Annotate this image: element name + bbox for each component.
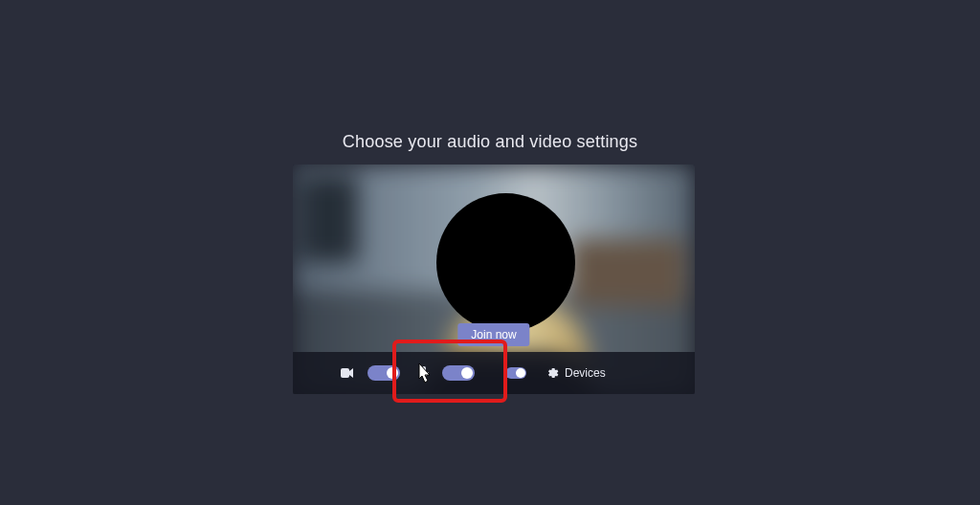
video-preview: Join now Devices (293, 165, 695, 394)
svg-rect-0 (341, 368, 349, 378)
devices-button[interactable]: Devices (546, 366, 606, 380)
prejoin-controls: Devices (293, 352, 695, 394)
mic-toggle[interactable] (442, 365, 475, 381)
join-now-button[interactable]: Join now (457, 323, 529, 346)
page-title: Choose your audio and video settings (0, 132, 980, 152)
prejoin-stage: Choose your audio and video settings Joi… (0, 0, 980, 505)
mic-icon (419, 366, 429, 380)
face-redaction-circle (436, 193, 575, 332)
background-effects-toggle[interactable] (505, 367, 526, 379)
camera-icon (341, 367, 354, 379)
camera-toggle[interactable] (368, 365, 400, 381)
gear-icon (546, 366, 559, 380)
svg-rect-1 (422, 366, 426, 374)
devices-label: Devices (565, 366, 606, 380)
